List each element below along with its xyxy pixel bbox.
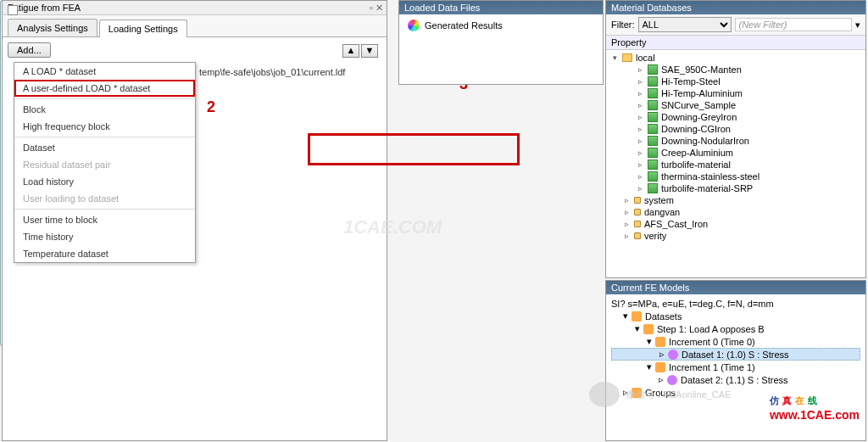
lock-icon	[634, 197, 641, 204]
menu-dataset[interactable]: Dataset	[14, 139, 195, 156]
material-icon	[648, 136, 658, 146]
lock-icon	[634, 209, 641, 215]
material-item[interactable]: ▹turbolife-material	[606, 159, 865, 171]
material-icon	[648, 183, 658, 193]
watermark-brand: 仿真在线 www.1CAE.com	[770, 389, 860, 422]
wechat-icon	[589, 382, 620, 407]
db-root-node[interactable]: ▹verity	[606, 230, 865, 242]
material-item[interactable]: ▹Creep-Aluminium	[606, 147, 865, 159]
tab-analysis-settings[interactable]: Analysis Settings	[8, 19, 97, 36]
watermark-wechat: 微信号：FEAonline_CAE	[589, 382, 732, 407]
increment-1-node[interactable]: ▾Increment 1 (Time 1)	[611, 361, 860, 373]
menu-residual-pair: Residual dataset pair	[14, 156, 195, 173]
increment-icon	[655, 362, 665, 372]
tab-bar: Analysis Settings Loading Settings	[3, 15, 387, 37]
dataset-1-node[interactable]: ▹Dataset 1: (1.0) S : Stress	[611, 348, 860, 361]
loaded-data-files-panel: Loaded Data Files Generated Results	[398, 0, 604, 85]
material-item[interactable]: ▹Hi-Temp-Aluminium	[606, 87, 865, 99]
material-icon	[648, 124, 658, 134]
local-db-node[interactable]: ▾local	[606, 52, 865, 64]
watermark-center: 1CAE.COM	[343, 216, 442, 238]
lock-icon	[634, 221, 641, 227]
menu-block[interactable]: Block	[14, 101, 195, 118]
panel-title: Loaded Data Files	[399, 1, 603, 14]
annotation-2: 2	[207, 98, 215, 116]
datasets-icon	[632, 311, 642, 322]
db-root-node[interactable]: ▹system	[606, 194, 865, 206]
menu-load-history[interactable]: Load history	[14, 173, 195, 190]
material-icon	[648, 88, 658, 98]
move-down-button[interactable]: ▼	[361, 44, 378, 58]
material-item[interactable]: ▹Downing-CGIron	[606, 123, 865, 135]
filter-label: Filter:	[611, 20, 635, 30]
material-item[interactable]: ▹Downing-NodularIron	[606, 135, 865, 147]
db-root-node[interactable]: ▹dangvan	[606, 206, 865, 218]
loading-settings-content: Add... ▲ ▼	[3, 37, 387, 63]
material-tree[interactable]: ▾local▹SAE_950C-Manten▹Hi-Temp-Steel▹Hi-…	[606, 50, 865, 272]
material-icon	[648, 64, 658, 75]
lock-icon	[634, 232, 641, 239]
add-button[interactable]: Add...	[8, 42, 51, 58]
db-root-node[interactable]: ▹AFS_Cast_Iron	[606, 218, 865, 230]
material-item[interactable]: ▹thermina-stainless-steel	[606, 171, 865, 182]
menu-temperature-dataset[interactable]: Temperature dataset	[14, 245, 195, 262]
menu-user-time-block[interactable]: User time to block	[14, 211, 195, 228]
generated-results-item[interactable]: Generated Results	[425, 20, 503, 31]
filter-select[interactable]: ALL	[638, 17, 732, 32]
step-icon	[643, 324, 654, 334]
material-icon	[648, 112, 658, 122]
datasets-node[interactable]: ▾Datasets	[611, 310, 860, 322]
material-icon	[648, 76, 658, 87]
units-row: SI? s=MPa, e=uE, t=deg.C, f=N, d=mm	[611, 298, 860, 310]
material-databases-panel: Material Databases Filter: ALL (New Filt…	[605, 0, 866, 278]
material-icon	[648, 159, 658, 170]
property-header: Property	[606, 36, 865, 50]
material-item[interactable]: ▹Downing-GreyIron	[606, 111, 865, 123]
dataset-icon	[668, 350, 678, 360]
menu-high-freq-block[interactable]: High frequency block	[14, 118, 195, 135]
panel-title: Current FE Models	[606, 281, 865, 294]
material-item[interactable]: ▹SAE_950C-Manten	[606, 64, 865, 76]
file-path: temp\fe-safe\jobs\job_01\current.ldf	[199, 67, 345, 77]
tab-loading-settings[interactable]: Loading Settings	[99, 20, 187, 37]
generated-results-icon	[408, 20, 420, 31]
panel-title: Material Databases	[606, 1, 865, 14]
material-item[interactable]: ▹SNCurve_Sample	[606, 99, 865, 111]
filter-row: Filter: ALL (New Filter) ▾	[606, 14, 865, 36]
order-controls: ▲ ▼	[342, 44, 378, 58]
loaded-body: Generated Results	[399, 14, 603, 36]
menu-time-history[interactable]: Time history	[14, 228, 195, 245]
material-icon	[648, 171, 658, 182]
material-item[interactable]: ▹turbolife-material-SRP	[606, 182, 865, 194]
increment-icon	[655, 337, 665, 347]
menu-load-dataset[interactable]: A LOAD * dataset	[14, 63, 195, 80]
dialog-icon	[8, 5, 18, 15]
move-up-button[interactable]: ▲	[342, 44, 359, 58]
step-node[interactable]: ▾Step 1: Load A opposes B	[611, 322, 860, 335]
material-item[interactable]: ▹Hi-Temp-Steel	[606, 76, 865, 87]
increment-0-node[interactable]: ▾Increment 0 (Time 0)	[611, 335, 860, 348]
filter-menu-icon[interactable]: ▾	[855, 20, 860, 31]
panel-title-bar: Fatigue from FEA ▫ ✕	[3, 1, 387, 15]
panel-close-dock[interactable]: ▫ ✕	[370, 3, 383, 14]
add-menu: A LOAD * dataset A user-defined LOAD * d…	[14, 62, 196, 263]
panel-title: Fatigue from FEA	[8, 3, 81, 13]
menu-user-loading: User loading to dataset	[14, 190, 195, 207]
material-icon	[648, 100, 658, 110]
material-icon	[648, 148, 658, 158]
new-filter-input[interactable]: (New Filter)	[735, 18, 853, 31]
menu-user-defined-load-dataset[interactable]: A user-defined LOAD * dataset	[14, 80, 195, 97]
folder-icon	[622, 53, 632, 62]
